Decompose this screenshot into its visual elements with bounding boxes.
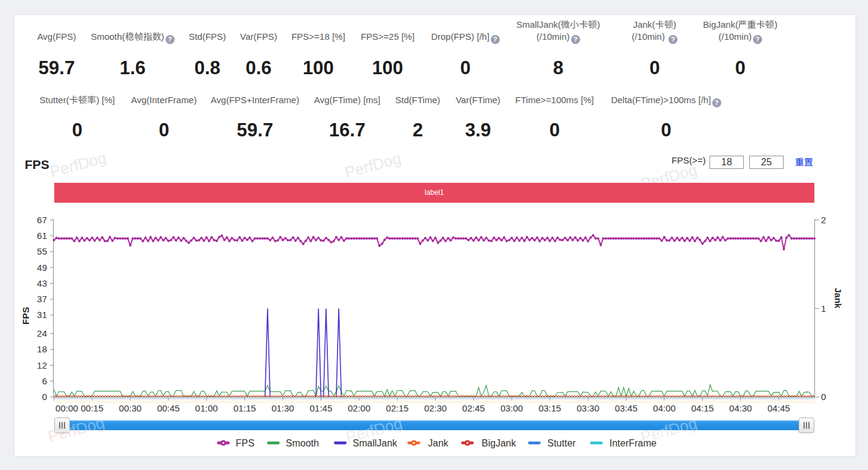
svg-text:0: 0 bbox=[821, 392, 826, 402]
svg-text:FPS: FPS bbox=[20, 307, 31, 325]
svg-text:03:30: 03:30 bbox=[577, 403, 600, 413]
svg-text:37: 37 bbox=[37, 294, 47, 304]
svg-text:Jank: Jank bbox=[428, 438, 449, 448]
svg-text:Jank: Jank bbox=[833, 288, 843, 309]
svg-text:03:15: 03:15 bbox=[538, 403, 561, 413]
svg-text:55: 55 bbox=[37, 246, 47, 256]
svg-text:01:15: 01:15 bbox=[233, 403, 256, 413]
svg-text:49: 49 bbox=[37, 262, 47, 273]
svg-text:FPS: FPS bbox=[236, 438, 254, 448]
svg-text:43: 43 bbox=[37, 278, 47, 288]
svg-text:04:00: 04:00 bbox=[653, 403, 676, 413]
svg-text:24: 24 bbox=[37, 328, 47, 338]
svg-text:2: 2 bbox=[821, 215, 826, 225]
svg-text:12: 12 bbox=[37, 360, 47, 370]
svg-text:67: 67 bbox=[37, 215, 47, 225]
svg-text:02:00: 02:00 bbox=[348, 403, 371, 413]
svg-text:00:30: 00:30 bbox=[119, 403, 142, 413]
svg-text:02:15: 02:15 bbox=[386, 403, 409, 413]
svg-text:03:00: 03:00 bbox=[500, 403, 523, 413]
svg-text:1: 1 bbox=[821, 303, 826, 314]
svg-text:02:30: 02:30 bbox=[424, 403, 447, 413]
svg-text:02:45: 02:45 bbox=[462, 403, 485, 413]
svg-text:04:45: 04:45 bbox=[767, 403, 790, 413]
svg-text:Stutter: Stutter bbox=[547, 438, 576, 448]
svg-text:6: 6 bbox=[42, 376, 47, 386]
svg-text:Smooth: Smooth bbox=[286, 438, 319, 448]
svg-text:61: 61 bbox=[37, 230, 47, 241]
svg-text:01:30: 01:30 bbox=[271, 403, 294, 413]
svg-text:01:00: 01:00 bbox=[195, 403, 218, 413]
svg-text:BigJank: BigJank bbox=[482, 438, 517, 448]
svg-text:18: 18 bbox=[37, 344, 47, 354]
svg-text:04:15: 04:15 bbox=[691, 403, 714, 413]
svg-text:00:45: 00:45 bbox=[157, 403, 180, 413]
svg-text:00:15: 00:15 bbox=[81, 403, 104, 413]
svg-text:0: 0 bbox=[42, 392, 47, 402]
svg-text:03:45: 03:45 bbox=[615, 403, 638, 413]
svg-text:31: 31 bbox=[37, 310, 47, 320]
svg-text:01:45: 01:45 bbox=[310, 403, 333, 413]
svg-text:04:30: 04:30 bbox=[729, 403, 752, 413]
svg-text:00:00: 00:00 bbox=[55, 403, 78, 413]
